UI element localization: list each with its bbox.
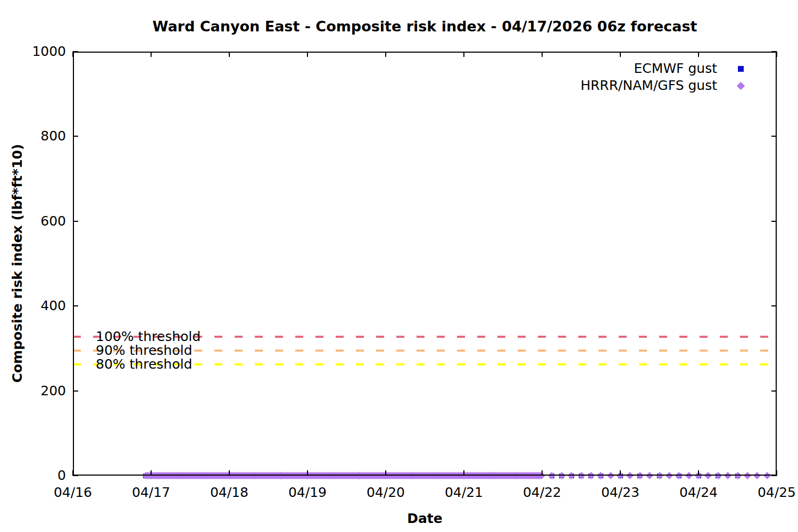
y-tick-mark [771, 305, 777, 306]
y-tick-label: 0 [1, 468, 66, 484]
chart-title: Ward Canyon East - Composite risk index … [73, 18, 777, 35]
data-point-hrrr-nam-gfs [685, 472, 693, 479]
legend-label-hrrr-nam-gfs: HRRR/NAM/GFS gust [580, 78, 717, 94]
x-tick-label: 04/18 [195, 485, 264, 501]
y-axis-title: Composite risk index (lbf*ft*10) [10, 144, 25, 383]
legend-label-ecmwf: ECMWF gust [634, 61, 717, 77]
y-tick-mark [73, 51, 78, 52]
x-tick-mark [620, 52, 621, 57]
x-tick-mark [463, 470, 464, 476]
legend-entry-hrrr-nam-gfs: HRRR/NAM/GFS gust [580, 78, 744, 94]
data-point-hrrr-nam-gfs [763, 472, 771, 479]
x-tick-label: 04/22 [508, 485, 577, 501]
data-point-hrrr-nam-gfs [753, 472, 761, 479]
composite-risk-chart: Ward Canyon East - Composite risk index … [0, 0, 798, 532]
y-tick-mark [73, 136, 78, 137]
data-point-hrrr-nam-gfs [607, 472, 614, 479]
x-tick-mark [385, 470, 386, 476]
x-tick-mark [542, 470, 543, 476]
x-tick-mark [307, 470, 308, 476]
x-tick-mark [307, 52, 308, 57]
y-tick-label: 800 [1, 128, 66, 144]
x-tick-label: 04/20 [351, 485, 420, 501]
y-tick-mark [73, 390, 78, 392]
x-tick-mark [72, 470, 73, 476]
y-tick-label: 200 [1, 383, 66, 399]
y-tick-mark [771, 390, 777, 392]
x-tick-label: 04/16 [38, 485, 107, 501]
data-point-hrrr-nam-gfs [744, 472, 751, 479]
x-axis-title: Date [73, 511, 777, 526]
y-tick-mark [73, 305, 78, 306]
x-tick-mark [698, 470, 699, 476]
x-tick-mark [776, 52, 777, 57]
plot-area-border [73, 52, 777, 476]
data-point-hrrr-nam-gfs [724, 472, 732, 479]
y-tick-mark [73, 475, 78, 476]
hrrr-nam-gfs-diamond-marker-icon [736, 81, 745, 90]
data-point-hrrr-nam-gfs [626, 472, 634, 479]
x-tick-label: 04/17 [117, 485, 186, 501]
x-tick-label: 04/25 [742, 485, 798, 501]
data-point-hrrr-nam-gfs [646, 472, 653, 479]
legend-marker-cell [737, 83, 744, 89]
x-tick-mark [385, 52, 386, 57]
ecmwf-square-marker-icon [738, 66, 744, 72]
x-tick-mark [229, 470, 230, 476]
x-tick-mark [776, 470, 777, 476]
x-tick-mark [151, 52, 152, 57]
y-tick-mark [771, 136, 777, 137]
x-tick-mark [72, 52, 73, 57]
x-tick-mark [151, 470, 152, 476]
x-tick-mark [620, 470, 621, 476]
x-tick-mark [698, 52, 699, 57]
y-tick-label: 1000 [1, 44, 66, 60]
x-tick-mark [463, 52, 464, 57]
x-tick-label: 04/21 [429, 485, 498, 501]
y-tick-mark [73, 221, 78, 222]
data-point-hrrr-nam-gfs [704, 472, 712, 479]
legend-marker-cell [737, 66, 744, 72]
x-tick-label: 04/24 [664, 485, 733, 501]
x-tick-label: 04/19 [273, 485, 342, 501]
x-tick-mark [229, 52, 230, 57]
y-tick-mark [771, 221, 777, 222]
x-tick-mark [542, 52, 543, 57]
data-point-hrrr-nam-gfs [666, 472, 673, 479]
legend-entry-ecmwf: ECMWF gust [634, 61, 744, 77]
x-tick-label: 04/23 [586, 485, 655, 501]
threshold-label-2: 80% threshold [96, 356, 192, 372]
